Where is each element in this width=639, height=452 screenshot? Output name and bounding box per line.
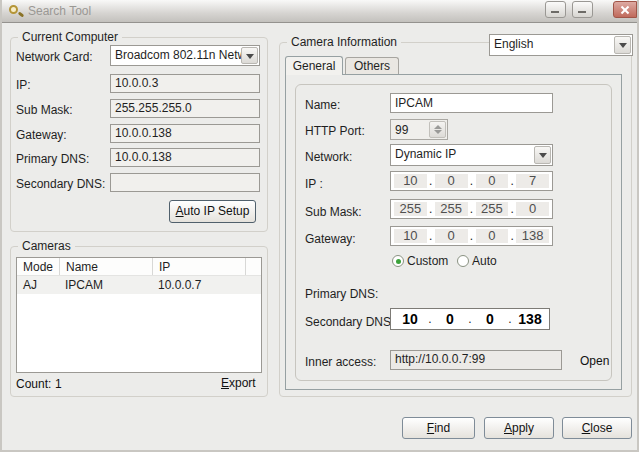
- cam-ip-octet[interactable]: 0: [435, 174, 468, 188]
- camera-information-title: Camera Information: [287, 35, 401, 49]
- http-port-stepper[interactable]: 99: [390, 119, 448, 140]
- pc-gateway-field[interactable]: 10.0.0.138: [110, 124, 260, 143]
- pc-ip-label: IP:: [16, 78, 31, 92]
- octet-separator: .: [469, 174, 475, 188]
- export-link[interactable]: Export: [221, 376, 256, 390]
- camera-mode: AJ: [17, 276, 59, 294]
- pc-primary-dns-label: Primary DNS:: [16, 152, 89, 166]
- octet-separator: .: [469, 202, 475, 216]
- search-icon: [9, 4, 23, 18]
- titlebar: Search Tool: [2, 0, 637, 23]
- octet-separator: .: [428, 229, 434, 243]
- tab-general[interactable]: General: [285, 56, 343, 75]
- auto-radio-label: Auto: [472, 254, 497, 268]
- cameras-list-header[interactable]: Mode Name IP: [17, 258, 261, 276]
- pc-submask-field[interactable]: 255.255.255.0: [110, 99, 260, 118]
- cam-network-label: Network:: [305, 150, 352, 164]
- minimize-icon: [551, 11, 559, 13]
- pc-secondary-dns-field[interactable]: [110, 173, 260, 192]
- network-card-label: Network Card:: [16, 50, 93, 64]
- auto-radio[interactable]: Auto: [457, 254, 497, 268]
- cam-submask-label: Sub Mask:: [305, 205, 362, 219]
- language-select[interactable]: English: [489, 34, 633, 56]
- tab-others[interactable]: Others: [345, 57, 399, 75]
- radio-unselected-icon: [457, 255, 469, 267]
- octet-separator: .: [428, 202, 434, 216]
- cam-secondary-dns-field[interactable]: 10.0.0.138: [390, 308, 550, 330]
- cam-secondary-dns-octet[interactable]: 0: [474, 311, 506, 327]
- octet-separator: .: [469, 229, 475, 243]
- cam-name-input[interactable]: IPCAM: [390, 93, 553, 113]
- column-ip[interactable]: IP: [152, 258, 245, 275]
- pc-gateway-label: Gateway:: [16, 128, 67, 142]
- cam-submask-octet[interactable]: 255: [435, 202, 468, 216]
- cam-secondary-dns-octet[interactable]: 138: [514, 311, 546, 327]
- cam-submask-octet[interactable]: 255: [394, 202, 427, 216]
- network-card-select[interactable]: Broadcom 802.11n Netwo: [110, 45, 260, 66]
- pc-ip-field[interactable]: 10.0.0.3: [110, 74, 260, 93]
- chevron-down-icon: [619, 43, 627, 48]
- cam-gateway-label: Gateway:: [305, 232, 356, 246]
- cam-submask-octet[interactable]: 0: [516, 202, 549, 216]
- http-port-label: HTTP Port:: [305, 124, 365, 138]
- window-title: Search Tool: [28, 4, 91, 18]
- cam-ip-octet[interactable]: 10: [394, 174, 427, 188]
- cam-network-value: Dynamic IP: [395, 147, 456, 161]
- spin-down-icon: [434, 130, 442, 134]
- cam-name-label: Name:: [305, 98, 340, 112]
- cam-gateway-field[interactable]: 10.0.0.138: [390, 226, 553, 246]
- http-port-spin-buttons[interactable]: [429, 121, 446, 138]
- custom-radio-label: Custom: [407, 254, 448, 268]
- apply-button[interactable]: Apply: [484, 417, 554, 439]
- cam-ip-octet[interactable]: 0: [476, 174, 509, 188]
- cam-secondary-dns-octet[interactable]: 10: [394, 311, 426, 327]
- cam-gateway-octet[interactable]: 10: [394, 229, 427, 243]
- pc-submask-label: Sub Mask:: [16, 103, 73, 117]
- http-port-value: 99: [395, 123, 408, 137]
- pc-secondary-dns-label: Secondary DNS:: [16, 177, 105, 191]
- column-mode[interactable]: Mode: [17, 258, 59, 275]
- cam-submask-octet[interactable]: 255: [476, 202, 509, 216]
- inner-access-label: Inner access:: [305, 355, 376, 369]
- search-tool-window: Search Tool Current Computer Network Car…: [0, 0, 639, 452]
- spin-up-icon: [434, 125, 442, 129]
- column-extra: [245, 258, 261, 275]
- table-row[interactable]: AJ IPCAM 10.0.0.7: [17, 276, 261, 294]
- cam-ip-field[interactable]: 10.0.0.7: [390, 171, 553, 191]
- custom-radio[interactable]: Custom: [392, 254, 448, 268]
- network-card-dropdown-button[interactable]: [241, 47, 258, 64]
- octet-separator: .: [509, 202, 515, 216]
- close-button[interactable]: Close: [562, 417, 632, 439]
- cam-network-select[interactable]: Dynamic IP: [390, 144, 553, 166]
- pc-primary-dns-field[interactable]: 10.0.0.138: [110, 148, 260, 167]
- camera-ip: 10.0.0.7: [152, 276, 245, 294]
- auto-ip-setup-button[interactable]: Auto IP Setup: [169, 200, 256, 223]
- inner-access-field[interactable]: http://10.0.0.7:99: [390, 350, 562, 370]
- cam-gateway-octet[interactable]: 0: [435, 229, 468, 243]
- octet-separator: .: [507, 312, 513, 326]
- cam-secondary-dns-octet[interactable]: 0: [434, 311, 466, 327]
- close-window-button[interactable]: [613, 1, 637, 18]
- open-link[interactable]: Open: [580, 354, 609, 368]
- chevron-down-icon: [246, 54, 254, 59]
- octet-separator: .: [509, 174, 515, 188]
- cameras-list[interactable]: Mode Name IP AJ IPCAM 10.0.0.7: [16, 257, 262, 373]
- cam-ip-octet[interactable]: 7: [516, 174, 549, 188]
- network-card-value: Broadcom 802.11n Netwo: [115, 48, 253, 62]
- octet-separator: .: [467, 312, 473, 326]
- octet-separator: .: [428, 174, 434, 188]
- cam-gateway-octet[interactable]: 138: [516, 229, 549, 243]
- current-computer-title: Current Computer: [18, 30, 122, 44]
- octet-separator: .: [509, 229, 515, 243]
- cam-gateway-octet[interactable]: 0: [476, 229, 509, 243]
- cam-submask-field[interactable]: 255.255.255.0: [390, 199, 553, 219]
- minimize-button[interactable]: [545, 1, 566, 18]
- maximize-button[interactable]: [572, 1, 593, 18]
- language-dropdown-button[interactable]: [614, 36, 631, 54]
- cam-primary-dns-label: Primary DNS:: [305, 287, 378, 301]
- column-name[interactable]: Name: [59, 258, 152, 275]
- language-value: English: [494, 37, 533, 51]
- cam-network-dropdown-button[interactable]: [534, 146, 551, 164]
- camera-name: IPCAM: [59, 276, 152, 294]
- find-button[interactable]: Find: [402, 417, 475, 439]
